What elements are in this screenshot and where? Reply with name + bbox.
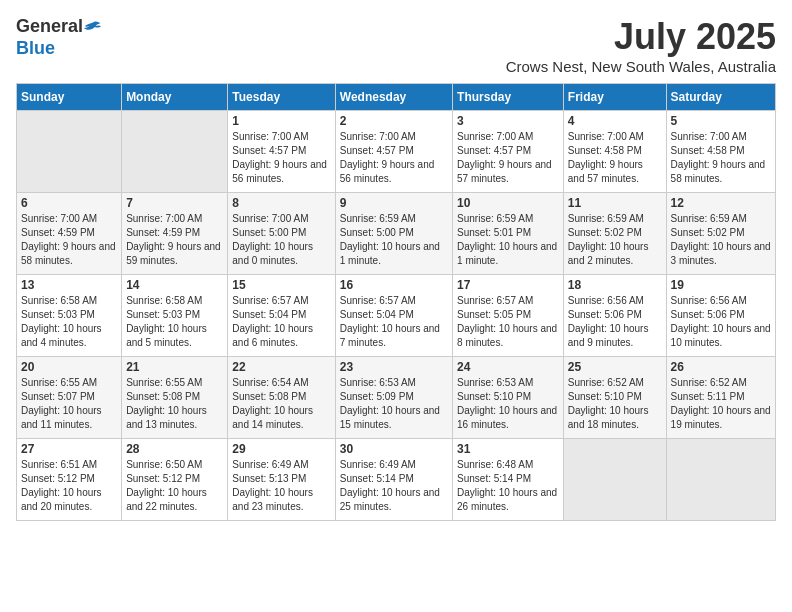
calendar-cell: 10Sunrise: 6:59 AMSunset: 5:01 PMDayligh… [453,193,564,275]
calendar-header-row: SundayMondayTuesdayWednesdayThursdayFrid… [17,84,776,111]
calendar-cell: 23Sunrise: 6:53 AMSunset: 5:09 PMDayligh… [335,357,452,439]
cell-details: Sunrise: 6:51 AMSunset: 5:12 PMDaylight:… [21,458,117,514]
cell-details: Sunrise: 6:55 AMSunset: 5:07 PMDaylight:… [21,376,117,432]
day-number: 14 [126,278,223,292]
cell-details: Sunrise: 6:59 AMSunset: 5:02 PMDaylight:… [568,212,662,268]
col-header-wednesday: Wednesday [335,84,452,111]
cell-details: Sunrise: 6:52 AMSunset: 5:11 PMDaylight:… [671,376,771,432]
day-number: 30 [340,442,448,456]
calendar-cell: 6Sunrise: 7:00 AMSunset: 4:59 PMDaylight… [17,193,122,275]
day-number: 21 [126,360,223,374]
calendar-cell: 9Sunrise: 6:59 AMSunset: 5:00 PMDaylight… [335,193,452,275]
calendar-cell: 20Sunrise: 6:55 AMSunset: 5:07 PMDayligh… [17,357,122,439]
cell-details: Sunrise: 6:59 AMSunset: 5:00 PMDaylight:… [340,212,448,268]
calendar-cell: 31Sunrise: 6:48 AMSunset: 5:14 PMDayligh… [453,439,564,521]
calendar-cell: 28Sunrise: 6:50 AMSunset: 5:12 PMDayligh… [122,439,228,521]
calendar-cell: 26Sunrise: 6:52 AMSunset: 5:11 PMDayligh… [666,357,775,439]
cell-details: Sunrise: 6:49 AMSunset: 5:14 PMDaylight:… [340,458,448,514]
day-number: 25 [568,360,662,374]
cell-details: Sunrise: 6:58 AMSunset: 5:03 PMDaylight:… [126,294,223,350]
day-number: 24 [457,360,559,374]
calendar-week-row: 13Sunrise: 6:58 AMSunset: 5:03 PMDayligh… [17,275,776,357]
calendar-week-row: 20Sunrise: 6:55 AMSunset: 5:07 PMDayligh… [17,357,776,439]
calendar-cell: 12Sunrise: 6:59 AMSunset: 5:02 PMDayligh… [666,193,775,275]
calendar-cell [563,439,666,521]
day-number: 4 [568,114,662,128]
calendar-cell: 16Sunrise: 6:57 AMSunset: 5:04 PMDayligh… [335,275,452,357]
calendar-cell: 27Sunrise: 6:51 AMSunset: 5:12 PMDayligh… [17,439,122,521]
day-number: 17 [457,278,559,292]
calendar-cell [122,111,228,193]
day-number: 22 [232,360,330,374]
day-number: 5 [671,114,771,128]
day-number: 6 [21,196,117,210]
day-number: 15 [232,278,330,292]
logo-text-blue: Blue [16,38,55,60]
cell-details: Sunrise: 7:00 AMSunset: 4:58 PMDaylight:… [568,130,662,186]
col-header-sunday: Sunday [17,84,122,111]
calendar-cell: 25Sunrise: 6:52 AMSunset: 5:10 PMDayligh… [563,357,666,439]
day-number: 13 [21,278,117,292]
cell-details: Sunrise: 6:57 AMSunset: 5:04 PMDaylight:… [232,294,330,350]
day-number: 23 [340,360,448,374]
day-number: 1 [232,114,330,128]
cell-details: Sunrise: 7:00 AMSunset: 4:57 PMDaylight:… [457,130,559,186]
calendar-week-row: 1Sunrise: 7:00 AMSunset: 4:57 PMDaylight… [17,111,776,193]
col-header-thursday: Thursday [453,84,564,111]
cell-details: Sunrise: 6:57 AMSunset: 5:04 PMDaylight:… [340,294,448,350]
cell-details: Sunrise: 7:00 AMSunset: 5:00 PMDaylight:… [232,212,330,268]
calendar-cell: 18Sunrise: 6:56 AMSunset: 5:06 PMDayligh… [563,275,666,357]
calendar-cell: 17Sunrise: 6:57 AMSunset: 5:05 PMDayligh… [453,275,564,357]
day-number: 27 [21,442,117,456]
calendar-cell: 13Sunrise: 6:58 AMSunset: 5:03 PMDayligh… [17,275,122,357]
cell-details: Sunrise: 6:58 AMSunset: 5:03 PMDaylight:… [21,294,117,350]
day-number: 29 [232,442,330,456]
day-number: 31 [457,442,559,456]
day-number: 8 [232,196,330,210]
logo-text-general: General [16,16,83,38]
day-number: 26 [671,360,771,374]
day-number: 9 [340,196,448,210]
day-number: 12 [671,196,771,210]
day-number: 11 [568,196,662,210]
title-section: July 2025 Crows Nest, New South Wales, A… [506,16,776,75]
cell-details: Sunrise: 6:54 AMSunset: 5:08 PMDaylight:… [232,376,330,432]
cell-details: Sunrise: 6:49 AMSunset: 5:13 PMDaylight:… [232,458,330,514]
calendar-cell: 5Sunrise: 7:00 AMSunset: 4:58 PMDaylight… [666,111,775,193]
calendar-cell [17,111,122,193]
logo-bird-icon [84,20,102,34]
calendar-cell: 15Sunrise: 6:57 AMSunset: 5:04 PMDayligh… [228,275,335,357]
calendar-cell: 29Sunrise: 6:49 AMSunset: 5:13 PMDayligh… [228,439,335,521]
day-number: 7 [126,196,223,210]
cell-details: Sunrise: 6:53 AMSunset: 5:09 PMDaylight:… [340,376,448,432]
calendar-cell: 2Sunrise: 7:00 AMSunset: 4:57 PMDaylight… [335,111,452,193]
calendar-cell: 22Sunrise: 6:54 AMSunset: 5:08 PMDayligh… [228,357,335,439]
cell-details: Sunrise: 6:55 AMSunset: 5:08 PMDaylight:… [126,376,223,432]
cell-details: Sunrise: 6:59 AMSunset: 5:02 PMDaylight:… [671,212,771,268]
calendar-cell: 11Sunrise: 6:59 AMSunset: 5:02 PMDayligh… [563,193,666,275]
cell-details: Sunrise: 6:53 AMSunset: 5:10 PMDaylight:… [457,376,559,432]
day-number: 2 [340,114,448,128]
col-header-monday: Monday [122,84,228,111]
col-header-saturday: Saturday [666,84,775,111]
day-number: 20 [21,360,117,374]
day-number: 3 [457,114,559,128]
calendar-cell: 19Sunrise: 6:56 AMSunset: 5:06 PMDayligh… [666,275,775,357]
day-number: 16 [340,278,448,292]
cell-details: Sunrise: 6:48 AMSunset: 5:14 PMDaylight:… [457,458,559,514]
day-number: 10 [457,196,559,210]
col-header-friday: Friday [563,84,666,111]
calendar-cell: 4Sunrise: 7:00 AMSunset: 4:58 PMDaylight… [563,111,666,193]
calendar-cell: 30Sunrise: 6:49 AMSunset: 5:14 PMDayligh… [335,439,452,521]
day-number: 18 [568,278,662,292]
calendar-cell: 7Sunrise: 7:00 AMSunset: 4:59 PMDaylight… [122,193,228,275]
month-year-title: July 2025 [506,16,776,58]
calendar-cell: 3Sunrise: 7:00 AMSunset: 4:57 PMDaylight… [453,111,564,193]
day-number: 28 [126,442,223,456]
col-header-tuesday: Tuesday [228,84,335,111]
location-subtitle: Crows Nest, New South Wales, Australia [506,58,776,75]
logo: General Blue [16,16,104,59]
cell-details: Sunrise: 7:00 AMSunset: 4:58 PMDaylight:… [671,130,771,186]
calendar-week-row: 27Sunrise: 6:51 AMSunset: 5:12 PMDayligh… [17,439,776,521]
calendar-cell: 14Sunrise: 6:58 AMSunset: 5:03 PMDayligh… [122,275,228,357]
